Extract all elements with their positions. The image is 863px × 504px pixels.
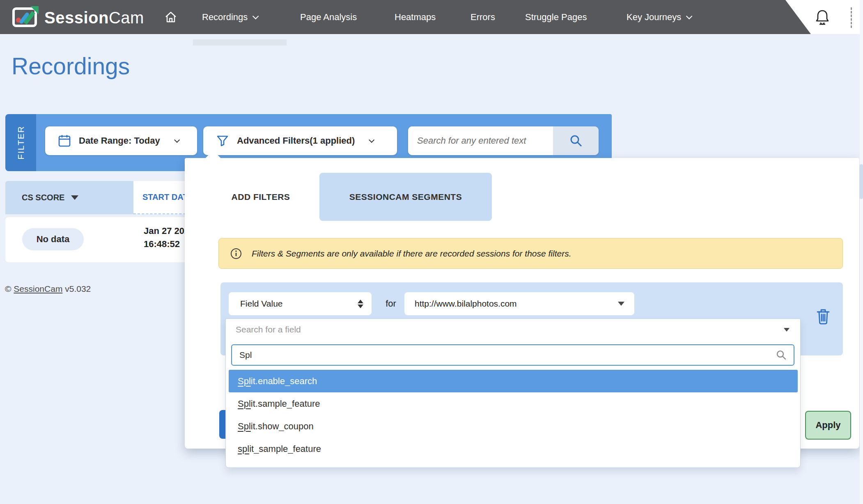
site-select[interactable]: http://www.bilalphotos.com [404,292,634,315]
nav-item-page-analysis[interactable]: Page Analysis [300,0,357,34]
no-data-badge: No data [22,228,84,250]
calendar-icon [58,134,71,147]
notification-bell-button[interactable] [814,9,831,26]
search-icon-small [776,349,787,361]
filter-tab[interactable]: FILTER [5,114,36,171]
cs-score-column-header[interactable]: CS SCORE [5,181,133,214]
text-search [408,126,599,155]
copyright-symbol: © [5,284,11,293]
apply-button[interactable]: Apply [805,411,851,440]
site-value: http://www.bilalphotos.com [415,299,517,309]
footer-brand-link[interactable]: SessionCam [14,284,62,293]
nav-active-indicator [193,39,287,46]
funnel-icon [216,135,229,147]
nav-item-label: Struggle Pages [525,12,587,23]
date-range-button[interactable]: Date Range: Today [45,126,197,155]
app-canvas: SessionCam Recordings Page Analysis Heat… [0,0,863,504]
caret-down-icon [784,328,790,332]
bell-icon [814,9,831,26]
date-range-label: Date Range: Today [79,135,160,146]
home-icon[interactable] [164,0,177,34]
version-label: v5.032 [65,284,91,293]
field-option-split-show-coupon[interactable]: Split.show_coupon [229,415,798,438]
nav-item-key-journeys[interactable]: Key Journeys [627,0,691,34]
notice-banner: Filters & Segments are only available if… [218,238,843,269]
field-option-split-sample-feature-lower[interactable]: split_sample_feature [229,438,798,460]
top-nav: SessionCam Recordings Page Analysis Heat… [0,0,863,34]
tab-add-filters[interactable]: ADD FILTERS [213,173,308,221]
field-select-placeholder: Search for a field [236,325,784,334]
tab-label: ADD FILTERS [232,192,290,202]
column-label: CS SCORE [22,193,64,202]
info-icon [230,248,242,259]
nav-divider-dashed [851,7,852,28]
field-combobox-popup: Search for a field Split.enable_search S… [225,318,801,468]
field-search-box [231,344,794,366]
field-search-input[interactable] [234,350,776,360]
filter-tab-label: FILTER [16,126,26,160]
nav-item-struggle-pages[interactable]: Struggle Pages [525,0,587,34]
table-row[interactable]: No data Jan 27 2020, 16:48:52 [5,217,189,262]
nav-item-recordings[interactable]: Recordings [202,0,257,34]
caret-down-icon [618,302,624,306]
sort-caret-icon [71,195,78,200]
sessioncam-logo-icon [12,5,39,30]
field-options-list: Split.enable_search Split.sample_feature… [229,370,798,460]
nav-item-label: Key Journeys [627,12,681,23]
nav-item-errors[interactable]: Errors [471,0,495,34]
tab-label: SESSIONCAM SEGMENTS [349,192,462,202]
trash-icon [816,308,830,325]
nav-item-label: Errors [471,12,495,23]
search-button[interactable] [553,126,599,155]
field-option-split-enable-search[interactable]: Split.enable_search [229,370,798,392]
field-select-display[interactable]: Search for a field [226,319,800,340]
advanced-filters-button[interactable]: Advanced Filters(1 applied) [203,126,397,155]
chevron-down-icon [686,13,693,20]
page-scrollbar[interactable] [860,0,863,504]
footer-copyright: © SessionCam v5.032 [5,284,91,294]
notice-text: Filters & Segments are only available if… [252,249,572,259]
field-type-select[interactable]: Field Value [229,292,372,315]
nav-item-label: Recordings [202,12,248,23]
tab-sessioncam-segments[interactable]: SESSIONCAM SEGMENTS [319,173,492,221]
scrollbar-thumb[interactable] [860,164,863,199]
chevron-down-icon [174,137,180,143]
brand-name: SessionCam [44,9,144,27]
chevron-down-icon [369,137,374,143]
search-input[interactable] [408,126,553,155]
nav-item-label: Page Analysis [300,12,357,23]
delete-filter-button[interactable] [815,308,831,326]
for-connector-label: for [379,292,403,315]
search-icon [569,134,583,148]
field-type-value: Field Value [240,299,283,309]
page-title: Recordings [11,53,130,80]
spinner-updown-icon [358,300,363,308]
field-option-split-sample-feature[interactable]: Split.sample_feature [229,392,798,415]
brand-logo[interactable]: SessionCam [12,5,144,30]
advanced-filters-label: Advanced Filters(1 applied) [237,135,355,146]
chevron-down-icon [252,13,259,20]
nav-item-heatmaps[interactable]: Heatmaps [395,0,436,34]
nav-item-label: Heatmaps [395,12,436,23]
